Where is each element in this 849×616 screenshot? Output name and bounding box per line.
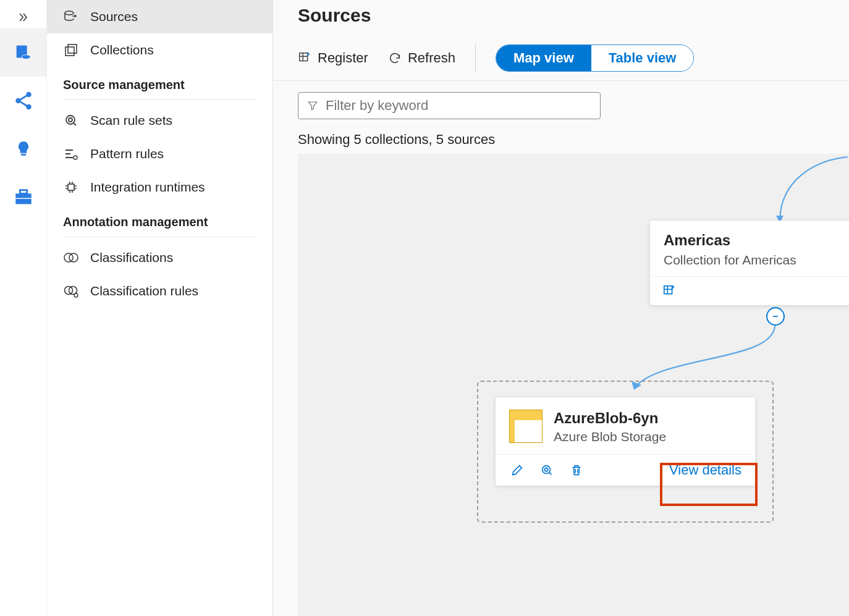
svg-point-13	[69, 118, 72, 122]
sidebar-item-collections[interactable]: Collections	[47, 33, 272, 67]
sidebar-item-label: Sources	[90, 9, 138, 24]
divider	[63, 237, 256, 237]
divider	[63, 99, 256, 100]
svg-point-23	[543, 466, 551, 474]
view-table-button[interactable]: Table view	[591, 45, 694, 71]
lightbulb-icon	[14, 139, 33, 159]
blob-storage-icon	[509, 410, 543, 443]
filter-input[interactable]	[326, 98, 591, 114]
source-type: Azure Blob Storage	[554, 427, 666, 444]
sidebar: Sources Collections Source management Sc…	[47, 0, 272, 616]
rail-item-insights[interactable]	[0, 125, 46, 173]
svg-rect-11	[68, 44, 77, 53]
svg-rect-22	[664, 286, 672, 294]
rail-item-data-map[interactable]	[0, 28, 46, 77]
refresh-icon	[388, 51, 402, 65]
page-title: Sources	[298, 5, 824, 26]
edge-curve-incoming	[743, 154, 849, 228]
sidebar-item-classification-rules[interactable]: Classification rules	[47, 274, 272, 308]
map-canvas[interactable]: Americas Collection for Americas	[298, 154, 849, 616]
svg-point-20	[74, 293, 78, 297]
sidebar-item-scan-rule-sets[interactable]: Scan rule sets	[47, 104, 272, 137]
filter-icon	[307, 100, 318, 111]
collection-register-icon[interactable]	[661, 283, 677, 299]
nav-rail	[0, 0, 47, 616]
sidebar-section-annotation-mgmt: Annotation management	[47, 204, 272, 233]
toolbar-separator	[475, 44, 476, 72]
delete-icon[interactable]	[568, 462, 585, 478]
chevron-double-right-icon	[17, 11, 30, 23]
svg-rect-5	[21, 154, 26, 156]
filter-input-wrap[interactable]	[298, 92, 601, 119]
svg-point-14	[74, 156, 77, 159]
toolbar: Register Refresh Map view Table view	[273, 36, 849, 81]
refresh-button[interactable]: Refresh	[388, 50, 455, 66]
view-toggle: Map view Table view	[496, 44, 694, 72]
edit-icon[interactable]	[509, 462, 525, 478]
venn-gear-icon	[63, 283, 79, 299]
sidebar-item-sources[interactable]: Sources	[47, 0, 272, 33]
toolbox-icon	[13, 187, 34, 208]
sidebar-item-label: Integration runtimes	[90, 180, 205, 195]
svg-rect-15	[68, 184, 74, 190]
pattern-icon	[63, 146, 79, 162]
source-title: AzureBlob-6yn	[554, 410, 666, 427]
rail-expand-toggle[interactable]	[17, 6, 30, 28]
svg-rect-7	[20, 190, 27, 194]
runtime-icon	[63, 179, 79, 195]
result-summary: Showing 5 collections, 5 sources	[273, 122, 849, 154]
collections-icon	[63, 42, 79, 58]
collection-card[interactable]: Americas Collection for Americas	[650, 221, 849, 305]
collection-title: Americas	[664, 232, 849, 249]
collection-desc: Collection for Americas	[664, 249, 849, 268]
sidebar-item-label: Scan rule sets	[90, 113, 172, 128]
svg-point-17	[69, 253, 78, 262]
scan-icon	[63, 112, 79, 129]
rail-item-management[interactable]	[0, 173, 46, 221]
sidebar-item-label: Classifications	[90, 250, 173, 265]
sidebar-section-source-mgmt: Source management	[47, 67, 272, 96]
rail-item-share[interactable]	[0, 77, 46, 125]
highlight-view-details	[660, 463, 758, 506]
sidebar-item-label: Collections	[90, 43, 154, 57]
scan-icon[interactable]	[539, 462, 555, 478]
collapse-toggle[interactable]	[766, 307, 785, 326]
source-out-icon	[63, 9, 79, 25]
sidebar-item-classifications[interactable]: Classifications	[47, 241, 272, 274]
register-icon	[298, 51, 311, 65]
svg-point-16	[64, 253, 73, 262]
view-map-button[interactable]: Map view	[496, 45, 591, 71]
svg-rect-8	[15, 198, 32, 198]
share-nodes-icon	[13, 90, 34, 111]
sidebar-item-label: Classification rules	[90, 284, 198, 298]
svg-point-24	[544, 468, 548, 471]
sidebar-item-integration-runtimes[interactable]: Integration runtimes	[47, 171, 272, 204]
minus-icon	[771, 312, 780, 321]
svg-rect-6	[15, 193, 32, 204]
venn-icon	[63, 250, 79, 266]
svg-rect-21	[300, 53, 308, 61]
svg-rect-10	[65, 47, 74, 56]
main: Sources Register Refresh Map view Table …	[272, 0, 849, 616]
svg-point-12	[66, 116, 75, 124]
svg-point-9	[65, 11, 74, 15]
register-button[interactable]: Register	[298, 50, 368, 66]
sidebar-item-label: Pattern rules	[90, 146, 164, 161]
data-map-icon	[13, 42, 34, 63]
sidebar-item-pattern-rules[interactable]: Pattern rules	[47, 137, 272, 171]
